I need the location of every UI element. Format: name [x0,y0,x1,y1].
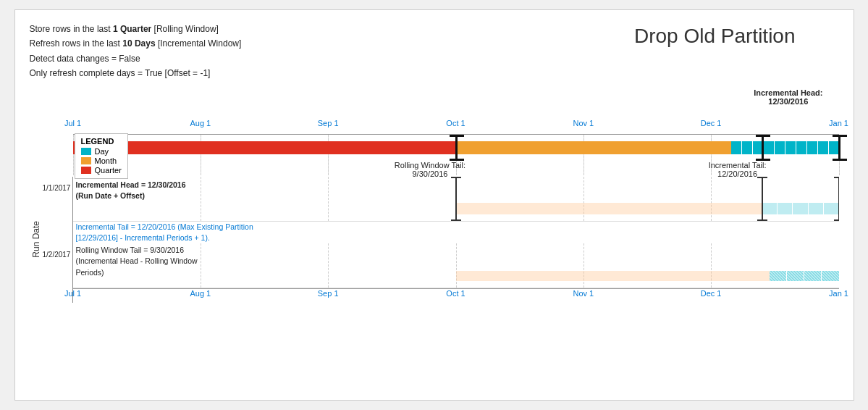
description-tail: Incremental Tail = 12/20/2016 (Max Exist… [76,222,264,245]
info-line-4: Only refresh complete days = True [Offse… [30,66,242,80]
run-date-row-2: 1/2/2017 Rolling Window Tail = 9/30/2016… [43,243,839,288]
incremental-tail-label: Incremental Tail:12/20/2016 [709,161,767,178]
description-rolling: Rolling Window Tail = 9/30/2016(Incremen… [76,245,235,279]
legend-color-month [81,157,91,164]
main-container: Store rows in the last 1 Quarter [Rollin… [14,9,854,401]
run-date-bars-1: Incremental Head = 12/30/2016(Run Date +… [73,177,839,222]
description-head: Incremental Head = 12/30/2016(Run Date +… [76,180,235,203]
bottom-axis-row: Jul 1 Aug 1 Sep 1 Oct 1 Nov 1 Dec 1 Jan … [43,288,839,303]
run-date-2-orange-bar [456,271,770,281]
header-section: Store rows in the last 1 Quarter [Rollin… [30,22,839,81]
bar-row-main [73,135,839,161]
run-date-bars-2: Rolling Window Tail = 9/30/2016(Incremen… [73,243,839,288]
rolling-window-tail-label: Rolling Window Tail:9/30/2016 [395,161,465,178]
run-date-desc-tail-text: Incremental Tail = 12/20/2016 (Max Exist… [73,222,839,243]
bottom-axis-label-jul: Jul 1 [64,289,81,298]
bracket-oct1 [455,135,458,161]
axis-label-jan: Jan 1 [829,119,848,127]
run-date-2-day-tiles [770,271,838,281]
day-bars [731,141,838,154]
run-date-axis-label: Run Date [31,221,41,258]
axis-label-nov: Nov 1 [573,119,594,127]
legend-label-quarter: Quarter [95,166,122,175]
info-line-2: Refresh rows in the last 10 Days [Increm… [30,36,242,51]
legend-label-day: Day [95,147,109,156]
axis-label-dec: Dec 1 [701,119,722,127]
run-date-label-1: 1/1/2017 [43,177,73,222]
bar-annotations: Rolling Window Tail:9/30/2016 Incrementa… [73,161,839,175]
chart-rows-container: Rolling Window Tail:9/30/2016 Incrementa… [30,135,839,175]
run-date-1-bracket-jan1 [838,177,839,221]
run-date-1-bracket-oct [455,177,457,221]
y-axis-run-date: Run Date [30,177,43,303]
quarter-bar [73,141,456,154]
bottom-axis-label-jan: Jan 1 [829,289,848,298]
info-line-1: Store rows in the last 1 Quarter [Rollin… [30,22,242,36]
bottom-axis-label-aug: Aug 1 [190,289,211,298]
page-title: Drop Old Partition [634,25,796,48]
axis-label-jul: Jul 1 [64,119,81,127]
run-date-row-1: 1/1/2017 Incremental Head = 12/30/2016(R… [43,177,839,222]
run-date-desc-tail: Incremental Tail = 12/20/2016 (Max Exist… [43,222,839,243]
legend-color-day [81,148,91,155]
run-date-section: Run Date 1/1/2017 Incremental Head = 12/… [30,177,839,303]
run-date-1-orange-bar [456,203,762,214]
incremental-head-annotation: Incremental Head:12/30/2016 [754,88,822,106]
chart-body: Rolling Window Tail:9/30/2016 Incrementa… [73,135,839,175]
legend-item-month: Month [81,156,122,165]
legend: LEGEND Day Month Quarter [75,133,128,179]
legend-label-month: Month [95,156,117,165]
legend-item-day: Day [81,147,122,156]
axis-label-aug: Aug 1 [190,119,211,127]
axis-label-sep: Sep 1 [318,119,339,127]
bottom-axis-label-dec: Dec 1 [701,289,722,298]
bottom-axis-label-sep: Sep 1 [318,289,339,298]
month-bar [456,141,732,154]
chart-area: Incremental Head:12/30/2016 Jul 1 Aug 1 … [30,88,839,303]
bracket-dec20 [762,135,764,161]
bottom-axis: Jul 1 Aug 1 Sep 1 Oct 1 Nov 1 Dec 1 Jan … [73,288,839,303]
run-date-1-day-tiles [762,203,839,214]
bottom-axis-label-oct: Oct 1 [446,289,465,298]
legend-item-quarter: Quarter [81,166,122,175]
top-axis: Jul 1 Aug 1 Sep 1 Oct 1 Nov 1 Dec 1 Jan … [73,119,839,135]
axis-label-oct: Oct 1 [446,119,465,127]
legend-color-quarter [81,167,91,174]
info-line-3: Detect data changes = False [30,51,242,66]
info-text: Store rows in the last 1 Quarter [Rollin… [30,22,242,81]
run-date-1-bracket-dec20 [762,177,763,221]
run-date-chart: 1/1/2017 Incremental Head = 12/30/2016(R… [43,177,839,303]
bracket-jan1 [838,135,840,161]
legend-title: LEGEND [81,137,122,146]
run-date-label-2: 1/2/2017 [43,243,73,288]
bottom-axis-label-nov: Nov 1 [573,289,594,298]
